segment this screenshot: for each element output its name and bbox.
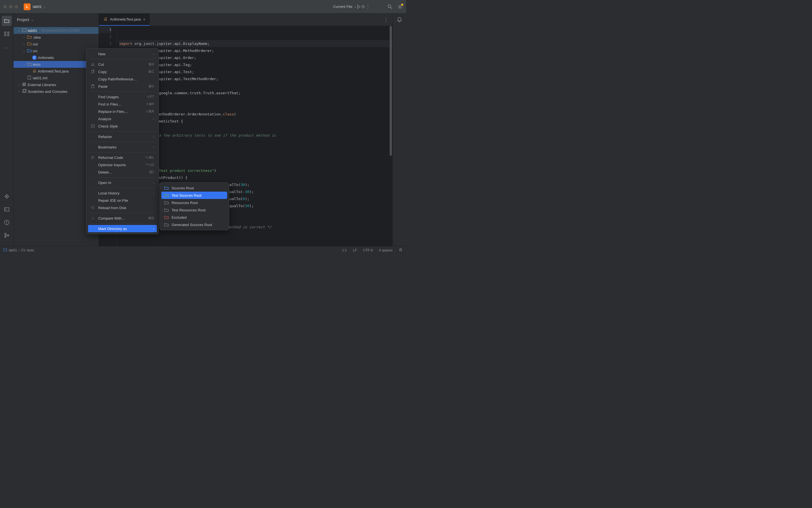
search-icon[interactable] xyxy=(388,4,393,9)
menu-item-copy-path-reference[interactable]: Copy Path/Reference… xyxy=(88,75,157,83)
menu-item-check-style[interactable]: Check Style xyxy=(88,123,157,130)
line-ending[interactable]: LF xyxy=(353,248,357,252)
chevron-right-icon: › xyxy=(153,145,154,149)
menu-item-find-in-files[interactable]: Find in Files…⇧⌘F xyxy=(88,100,157,108)
svg-rect-28 xyxy=(4,249,7,251)
tree-item-tests[interactable]: ⌄ tests xyxy=(13,61,98,68)
java-file-icon xyxy=(103,17,108,22)
menu-item-reload-from-disk[interactable]: Reload from Disk xyxy=(88,204,157,211)
copy-icon xyxy=(91,70,95,74)
submenu-item-test-resources-root[interactable]: Test Resources Root xyxy=(162,206,227,214)
scrollbar-track[interactable] xyxy=(389,26,393,246)
tab-more-button[interactable]: ⋮ xyxy=(384,17,389,23)
tree-item-arithmetic-class[interactable]: C Arithmetic xyxy=(13,54,98,61)
module-icon xyxy=(22,28,27,33)
tree-item-idea[interactable]: › .idea xyxy=(13,34,98,41)
menu-item-label: New xyxy=(98,52,150,56)
breadcrumb-item[interactable]: lab01 xyxy=(9,248,17,252)
run-button[interactable] xyxy=(356,4,361,9)
structure-tool-button[interactable] xyxy=(2,29,12,39)
project-tool-button[interactable] xyxy=(2,16,12,26)
cursor-position[interactable]: 1:1 xyxy=(342,248,347,252)
menu-item-copy[interactable]: Copy⌘C xyxy=(88,68,157,75)
menu-item-refactor[interactable]: Refactor› xyxy=(88,133,157,140)
run-config-selector[interactable]: Current File ⌄ xyxy=(333,4,356,9)
submenu-item-test-sources-root[interactable]: Test Sources Root xyxy=(162,192,227,199)
vcs-tool-button[interactable] xyxy=(2,230,12,241)
debug-button[interactable] xyxy=(361,4,365,9)
chevron-down-icon[interactable]: ⌄ xyxy=(22,49,26,52)
tree-item-external-libs[interactable]: › External Libraries xyxy=(13,81,98,88)
submenu-item-resources-root[interactable]: Resources Root xyxy=(162,199,227,206)
close-window-button[interactable] xyxy=(3,5,7,8)
notifications-button[interactable] xyxy=(397,17,402,24)
menu-item-bookmarks[interactable]: Bookmarks› xyxy=(88,143,157,151)
close-tab-button[interactable]: × xyxy=(143,17,145,22)
submenu-item-sources-root[interactable]: Sources Root xyxy=(162,184,227,192)
submenu-item-label: Resources Root xyxy=(172,201,198,205)
breadcrumb-item[interactable]: tests xyxy=(27,248,34,252)
chevron-right-icon[interactable]: › xyxy=(22,36,26,39)
menu-item-reformat-code[interactable]: Reformat Code⌥⌘L xyxy=(88,154,157,161)
tree-item-label: lab01.iml xyxy=(33,76,47,80)
tree-item-scratches[interactable]: › Scratches and Consoles xyxy=(13,88,98,95)
tree-item-iml[interactable]: lab01.iml xyxy=(13,75,98,81)
menu-item-open-in[interactable]: Open In› xyxy=(88,179,157,186)
settings-icon[interactable] xyxy=(398,4,403,9)
minimize-window-button[interactable] xyxy=(9,5,12,8)
editor-tab[interactable]: ArithmeticTest.java × xyxy=(99,13,150,26)
menu-item-local-history[interactable]: Local History› xyxy=(88,189,157,197)
tree-item-out[interactable]: › out xyxy=(13,41,98,47)
menu-item-label: Bookmarks xyxy=(98,145,150,149)
chevron-right-icon[interactable]: › xyxy=(17,83,21,86)
menu-item-new[interactable]: New› xyxy=(88,50,157,57)
folder-icon xyxy=(27,35,32,40)
reformat-icon xyxy=(91,156,95,160)
problems-tool-button[interactable] xyxy=(2,217,12,227)
menu-item-optimize-imports[interactable]: Optimize Imports^⌥O xyxy=(88,161,157,168)
menu-item-mark-directory-as[interactable]: Mark Directory as› xyxy=(88,225,157,232)
menu-item-label: Open In xyxy=(98,181,150,185)
submenu-item-label: Sources Root xyxy=(172,186,194,190)
chevron-down-icon[interactable]: ⌄ xyxy=(22,63,26,66)
menu-item-replace-in-files[interactable]: Replace in Files…⇧⌘R xyxy=(88,108,157,115)
encoding[interactable]: UTF-8 xyxy=(363,248,373,252)
submenu-item-excluded[interactable]: Excluded xyxy=(162,214,227,221)
menu-item-delete[interactable]: Delete…⌦ xyxy=(88,168,157,176)
library-icon xyxy=(22,82,27,87)
maximize-window-button[interactable] xyxy=(15,5,18,8)
chevron-right-icon: › xyxy=(153,52,154,55)
chevron-right-icon[interactable]: › xyxy=(22,43,26,46)
terminal-tool-button[interactable] xyxy=(2,204,12,214)
indent[interactable]: 4 spaces xyxy=(379,248,393,252)
tree-item-label: out xyxy=(33,42,38,46)
submenu-item-generated-sources-root[interactable]: Generated Sources Root xyxy=(162,221,227,228)
more-actions-button[interactable]: ⋮ xyxy=(365,4,370,10)
svg-point-31 xyxy=(93,65,94,66)
menu-item-analyze[interactable]: Analyze› xyxy=(88,115,157,123)
tree-item-label: .idea xyxy=(33,35,41,40)
tree-item-src[interactable]: ⌄ src xyxy=(13,47,98,54)
menu-item-repair-ide-on-file[interactable]: Repair IDE on File xyxy=(88,197,157,204)
scratches-icon xyxy=(22,89,27,94)
chevron-right-icon[interactable]: › xyxy=(17,90,21,93)
menu-item-compare-with[interactable]: Compare With…⌘D xyxy=(88,214,157,222)
readonly-toggle[interactable] xyxy=(399,248,403,253)
sidebar-header[interactable]: Project ⌄ xyxy=(13,13,98,26)
menu-item-cut[interactable]: Cut⌘X xyxy=(88,61,157,68)
tree-item-arithmetic-test[interactable]: ArithmeticTest.java xyxy=(13,68,98,75)
svg-rect-23 xyxy=(24,83,25,86)
menu-item-find-usages[interactable]: Find Usages⌥F7 xyxy=(88,93,157,100)
svg-point-16 xyxy=(4,234,6,235)
menu-item-paste[interactable]: Paste⌘V xyxy=(88,83,157,90)
chevron-down-icon[interactable]: ⌄ xyxy=(17,29,21,32)
run-tool-button[interactable] xyxy=(2,192,12,202)
scrollbar-thumb[interactable] xyxy=(390,26,392,156)
more-tools-button[interactable]: … xyxy=(2,42,12,52)
menu-shortcut: ⌘X xyxy=(148,62,154,66)
project-name[interactable]: lab01 xyxy=(33,4,42,9)
breadcrumb[interactable]: lab01 › tests xyxy=(3,248,34,253)
chevron-down-icon[interactable]: ⌄ xyxy=(43,5,46,8)
tree-root[interactable]: ⌄ lab01 ~/Downloads/fa24-s12345/ xyxy=(13,27,98,34)
svg-point-4 xyxy=(388,5,391,8)
